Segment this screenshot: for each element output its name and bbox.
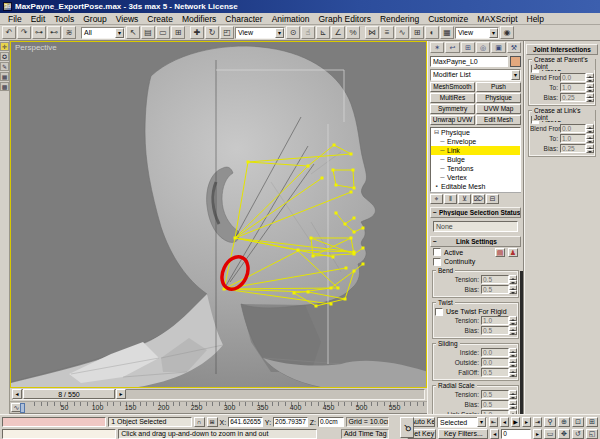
menu-item[interactable]: Create: [143, 14, 177, 24]
modifier-stack-row[interactable]: ─ Envelope: [431, 137, 520, 146]
use-pivot-center-icon[interactable]: ⊙: [286, 26, 300, 39]
menu-item[interactable]: Help: [523, 14, 548, 24]
spinner-field[interactable]: 0.0: [560, 73, 586, 82]
mirror-icon[interactable]: ⋈: [365, 26, 379, 39]
create-tab-icon[interactable]: ✶: [430, 42, 444, 53]
prev-frame-icon[interactable]: ◂: [500, 417, 509, 427]
schematic-view-icon[interactable]: ⊞: [410, 26, 424, 39]
go-to-start-icon[interactable]: ⇤: [489, 417, 498, 427]
curve-editor-icon[interactable]: ∿: [395, 26, 409, 39]
reference-coordinate-dropdown[interactable]: View ▾: [235, 27, 285, 39]
spinner-field[interactable]: 0.5: [481, 326, 509, 335]
current-frame-marker[interactable]: [20, 403, 25, 413]
spinner-field[interactable]: 0.5: [481, 390, 509, 399]
chevron-down-icon[interactable]: ▾: [489, 28, 498, 38]
menu-item[interactable]: Views: [112, 14, 143, 24]
spinner-field[interactable]: 0.0: [560, 124, 586, 133]
time-slider-prev-arrow[interactable]: ◂: [12, 389, 22, 399]
object-color-swatch[interactable]: [510, 56, 521, 67]
modifier-stack-row[interactable]: ⊟ Physique: [431, 128, 520, 137]
spinner-arrows[interactable]: [509, 316, 517, 325]
go-to-end-icon[interactable]: ⇥: [533, 417, 542, 427]
select-object-icon[interactable]: ↖: [126, 26, 140, 39]
copy-pose-icon[interactable]: ▤: [495, 248, 505, 257]
modifier-button[interactable]: MultiRes: [430, 93, 475, 103]
modifier-list-dropdown[interactable]: Modifier List ▾: [430, 69, 521, 81]
spinner-field[interactable]: 0.25: [560, 144, 586, 153]
snap-toggle-icon[interactable]: ⊾: [316, 26, 330, 39]
spinner-field[interactable]: 0.5: [481, 275, 509, 284]
selection-filter-dropdown[interactable]: All ▾: [81, 27, 125, 39]
spinner-arrows[interactable]: [586, 144, 594, 153]
spinner-arrows[interactable]: [509, 400, 517, 409]
biped-tool-icon[interactable]: ✪: [0, 52, 9, 61]
modifier-stack-row[interactable]: ─ Bulge: [431, 155, 520, 164]
menu-item[interactable]: Modifiers: [178, 14, 220, 24]
play-icon[interactable]: ▶: [511, 417, 520, 427]
quick-render-icon[interactable]: ◉: [500, 26, 514, 39]
prev-key-icon[interactable]: ◂: [490, 429, 499, 439]
zoom-icon[interactable]: ⚲: [544, 417, 556, 427]
maxscript-listener-script[interactable]: [2, 429, 116, 439]
time-slider-thumb[interactable]: 8 / 550: [23, 389, 115, 399]
character-tool-icon[interactable]: ✛: [0, 42, 9, 51]
link-settings-rollout[interactable]: − Link Settings: [430, 236, 521, 247]
pin-stack-icon[interactable]: ⌖: [430, 194, 443, 204]
select-and-rotate-icon[interactable]: ↻: [205, 26, 219, 39]
text-tool-icon[interactable]: ▦: [0, 72, 9, 81]
spinner-arrows[interactable]: [509, 275, 517, 284]
rect-selection-region-icon[interactable]: ▭: [156, 26, 170, 39]
spinner-field[interactable]: 0.0: [481, 358, 509, 367]
spinner-arrows[interactable]: [586, 73, 594, 82]
z-coordinate-field[interactable]: 0.0cm: [318, 417, 344, 427]
select-and-link-icon[interactable]: ⊶: [32, 26, 46, 39]
undo-icon[interactable]: ↶: [2, 26, 16, 39]
angle-snap-icon[interactable]: ∠: [331, 26, 345, 39]
display-tab-icon[interactable]: ▣: [491, 42, 505, 53]
menu-item[interactable]: Rendering: [376, 14, 423, 24]
unlink-selection-icon[interactable]: ⊷: [47, 26, 61, 39]
menu-item[interactable]: Graph Editors: [315, 14, 375, 24]
select-and-move-icon[interactable]: ✚: [190, 26, 204, 39]
menu-item[interactable]: Group: [79, 14, 111, 24]
percent-snap-icon[interactable]: %: [346, 26, 360, 39]
menu-item[interactable]: File: [4, 14, 26, 24]
spinner-arrows[interactable]: [509, 348, 517, 357]
spinner-field[interactable]: 1.0: [481, 316, 509, 325]
make-unique-icon[interactable]: ⊻: [458, 194, 471, 204]
modifier-button[interactable]: Edit Mesh: [476, 115, 521, 125]
configure-modifier-sets-icon[interactable]: ⊟: [486, 194, 499, 204]
motion-tab-icon[interactable]: ◎: [476, 42, 490, 53]
menu-item[interactable]: Customize: [424, 14, 472, 24]
paste-pose-icon[interactable]: ♟: [508, 248, 518, 257]
next-key-icon[interactable]: ▸: [533, 429, 542, 439]
continuity-checkbox[interactable]: [433, 258, 441, 266]
zoom-extents-icon[interactable]: ⊡: [572, 417, 584, 427]
modifier-button[interactable]: Push: [476, 82, 521, 92]
spinner-arrows[interactable]: [586, 93, 594, 102]
perspective-viewport[interactable]: Perspective: [10, 41, 427, 388]
modifier-stack-row[interactable]: ─ Link: [431, 146, 520, 155]
shop-tool-icon[interactable]: ▩: [0, 82, 9, 91]
modifier-button[interactable]: Physique: [476, 93, 521, 103]
spinner-arrows[interactable]: [586, 83, 594, 92]
keyboard-shortcut-override-icon[interactable]: ⚲: [400, 417, 414, 438]
spinner-arrows[interactable]: [586, 124, 594, 133]
menu-item[interactable]: Character: [221, 14, 266, 24]
spinner-field[interactable]: 0.5: [481, 285, 509, 294]
physique-selection-status-rollout[interactable]: − Physique Selection Status: [430, 207, 521, 218]
maxscript-listener-macro[interactable]: [2, 417, 106, 427]
viewport-canvas[interactable]: [11, 42, 427, 388]
absolute-mode-icon[interactable]: ⊞: [207, 417, 218, 427]
current-frame-field[interactable]: 0: [501, 429, 531, 439]
select-and-scale-icon[interactable]: ◰: [220, 26, 234, 39]
zoom-all-icon[interactable]: ⊕: [558, 417, 570, 427]
modify-tab-icon[interactable]: ↩: [445, 42, 459, 53]
zoom-extents-all-icon[interactable]: ⊞: [586, 417, 598, 427]
chevron-down-icon[interactable]: ▾: [477, 417, 486, 427]
pencil-tool-icon[interactable]: ✎: [0, 62, 9, 71]
utilities-tab-icon[interactable]: ⚒: [507, 42, 521, 53]
menu-item[interactable]: Edit: [27, 14, 50, 24]
menu-item[interactable]: Tools: [50, 14, 78, 24]
spinner-arrows[interactable]: [509, 358, 517, 367]
